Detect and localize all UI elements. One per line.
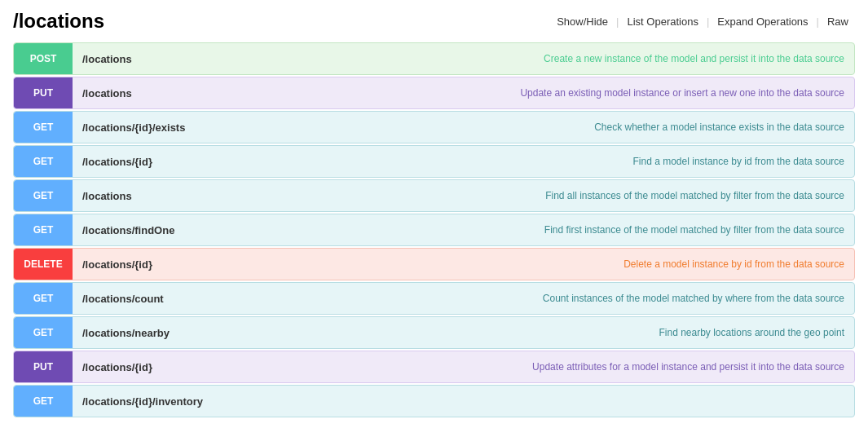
method-badge-put: PUT [14,77,73,108]
operation-path: /locations [73,87,252,99]
operation-row[interactable]: GET/locations/countCount instances of th… [13,282,855,315]
header-action-expand-operations[interactable]: Expand Operations [711,15,814,28]
operation-path: /locations/findOne [73,224,252,236]
header-actions: Show/Hide|List Operations|Expand Operati… [550,15,855,28]
operation-path: /locations/{id}/exists [73,121,252,134]
operation-row[interactable]: DELETE/locations/{id}Delete a model inst… [13,248,855,280]
operation-description: Find first instance of the model matched… [252,224,854,236]
operation-path: /locations [73,53,252,65]
operation-description: Count instances of the model matched by … [252,293,854,304]
operation-row[interactable]: GET/locationsFind all instances of the m… [13,179,855,212]
method-badge-post: POST [14,43,73,74]
operation-description: Update attributes for a model instance a… [252,361,854,373]
operation-row[interactable]: PUT/locations/{id}Update attributes for … [13,351,855,383]
header-separator: | [615,15,620,28]
operation-description: Find a model instance by id from the dat… [252,156,854,167]
operations-list: POST/locationsCreate a new instance of t… [13,42,855,417]
method-badge-get: GET [14,146,73,177]
operation-description: Create a new instance of the model and p… [252,53,854,64]
method-badge-put: PUT [14,351,73,382]
operation-path: /locations/{id} [73,156,252,168]
operation-description: Find all instances of the model matched … [252,190,854,201]
operation-path: /locations/{id} [73,361,252,373]
header-action-list-operations[interactable]: List Operations [620,15,704,28]
operation-path: /locations/{id} [73,258,252,271]
header-action-show-hide[interactable]: Show/Hide [550,15,615,28]
operation-path: /locations/nearby [73,327,252,339]
operation-row[interactable]: PUT/locationsUpdate an existing model in… [13,77,855,109]
page: /locations Show/Hide|List Operations|Exp… [0,0,868,428]
header-separator: | [705,15,711,28]
header-separator: | [815,15,821,28]
operation-row[interactable]: GET/locations/nearbyFind nearby location… [13,316,855,349]
operation-row[interactable]: GET/locations/{id}/inventory [13,385,855,417]
page-header: /locations Show/Hide|List Operations|Exp… [13,10,855,33]
operation-description: Delete a model instance by id from the d… [252,258,854,270]
method-badge-get: GET [14,317,73,348]
method-badge-get: GET [14,112,73,143]
method-badge-get: GET [14,214,73,245]
method-badge-delete: DELETE [14,249,73,280]
operation-description: Update an existing model instance or ins… [252,87,854,99]
operation-path: /locations [73,190,252,202]
operation-row[interactable]: GET/locations/findOneFind first instance… [13,214,855,246]
method-badge-get: GET [14,386,73,417]
operation-path: /locations/count [73,293,252,305]
operation-description: Find nearby locations around the geo poi… [252,327,854,338]
operation-description: Check whether a model instance exists in… [252,121,854,133]
operation-row[interactable]: POST/locationsCreate a new instance of t… [13,42,855,75]
header-action-raw[interactable]: Raw [821,15,855,28]
operation-row[interactable]: GET/locations/{id}/existsCheck whether a… [13,111,855,143]
operation-row[interactable]: GET/locations/{id}Find a model instance … [13,145,855,178]
operation-path: /locations/{id}/inventory [73,395,252,408]
method-badge-get: GET [14,283,73,314]
method-badge-get: GET [14,180,73,211]
page-title: /locations [13,10,104,33]
